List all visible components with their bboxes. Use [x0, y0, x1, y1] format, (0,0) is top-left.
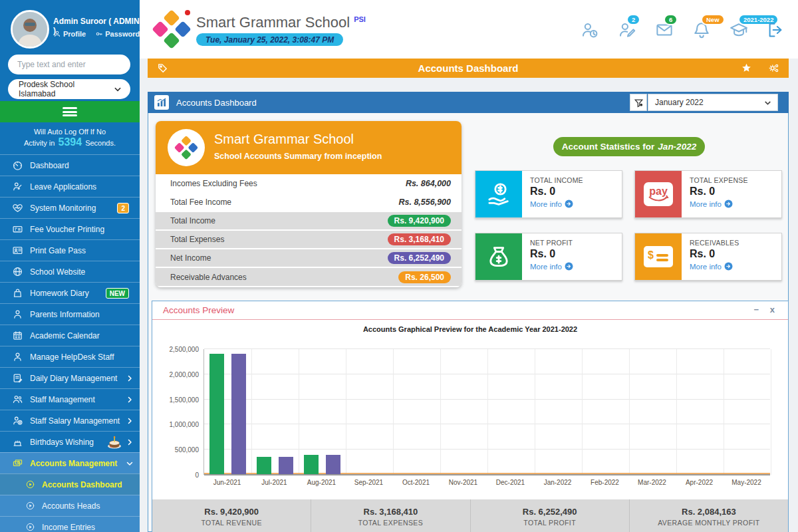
stat-card-value: Rs. 0: [690, 186, 748, 198]
school-select[interactable]: Prodesk School Islamabad: [8, 79, 130, 99]
x-tick-label: Sep-2021: [345, 479, 392, 486]
sidebar-item-accounts-management[interactable]: Accounts Management: [0, 452, 140, 473]
sidebar-item-fee-voucher-printing[interactable]: Fee Voucher Printing: [0, 218, 140, 239]
user-clock-icon[interactable]: [580, 20, 600, 40]
section-title: Accounts Dashboard: [176, 98, 257, 108]
chevron-right-icon: [126, 438, 134, 446]
summary-value-badge: Rs. 9,420,900: [388, 215, 451, 227]
accounts-dashboard-page: Admin Suroor ( ADMIN ) Profile Password …: [0, 0, 798, 532]
sidebar-subitem-accounts-dashboard[interactable]: Accounts Dashboard: [0, 473, 140, 495]
gridline: [440, 349, 441, 475]
avatar[interactable]: [11, 10, 49, 49]
sidebar-subitem-accounts-heads[interactable]: Accounts Heads: [0, 495, 140, 516]
footer-stat-label: AVERAGE MONTHLY PROFIT: [630, 519, 788, 527]
accounts-summary-card: Smart Grammar School School Accounts Sum…: [156, 121, 462, 287]
school-name: Smart Grammar School PSI: [196, 14, 366, 31]
more-info-link[interactable]: More info: [690, 200, 748, 208]
sidebar-item-label: System Monitoring: [30, 203, 96, 213]
chevron-down-icon: [126, 460, 134, 467]
profile-link[interactable]: Profile: [53, 30, 86, 38]
sidebar-badge: NEW: [106, 288, 129, 299]
funnel-icon: [634, 98, 644, 108]
parents-icon: [12, 309, 23, 320]
chevron-down-icon: [113, 84, 122, 94]
search-input[interactable]: [8, 55, 130, 74]
more-info-label: More info: [690, 200, 722, 208]
sidebar-submenu: Accounts DashboardAccounts HeadsIncome E…: [0, 473, 140, 532]
header-badge: 2: [626, 14, 640, 25]
x-axis-line: [204, 474, 770, 475]
summary-row-net-income: Net IncomeRs. 6,252,490: [156, 249, 462, 268]
sidebar-item-parents-information[interactable]: Parents Information: [0, 303, 140, 325]
summary-row-total-expenses: Total ExpensesRs. 3,168,410: [156, 231, 462, 249]
gridline: [299, 349, 299, 475]
statistics-period: Jan-2022: [658, 142, 696, 152]
sidebar-item-manage-helpdesk-staff[interactable]: Manage HelpDesk Staff: [0, 346, 140, 367]
password-link[interactable]: Password: [95, 30, 140, 38]
settings-gears-icon[interactable]: [768, 63, 779, 74]
homework-icon: [12, 287, 23, 299]
sidebar-item-daily-diary-management[interactable]: Daily Diary Management: [0, 367, 140, 388]
header-quick-icons: 26New2021-2022: [580, 20, 786, 40]
footer-stat-value: Rs. 3,168,410: [311, 507, 469, 517]
footer-stat-value: Rs. 2,084,163: [630, 507, 788, 517]
sidebar-item-staff-management[interactable]: Staff Management: [0, 388, 140, 410]
minimize-icon[interactable]: −: [753, 305, 759, 315]
sidebar-item-label: Dashboard: [30, 161, 69, 170]
sidebar-item-print-gate-pass[interactable]: Print Gate Pass: [0, 239, 140, 261]
sidebar-item-staff-salary-management[interactable]: Staff Salary Management: [0, 410, 140, 431]
filter-button[interactable]: [630, 94, 647, 111]
favorite-star-icon[interactable]: [741, 63, 752, 74]
stat-card-net-profit: NET PROFITRs. 0More info: [475, 233, 622, 281]
mail-icon[interactable]: 6: [654, 20, 674, 40]
header-badge: New: [701, 14, 725, 25]
user-edit-icon[interactable]: 2: [617, 20, 637, 40]
footer-stat-average-monthly-profit: Rs. 2,084,163AVERAGE MONTHLY PROFIT: [630, 499, 788, 532]
y-tick-label: 2,500,000: [170, 346, 200, 353]
gridline: [346, 349, 346, 475]
y-tick-label: 2,000,000: [170, 371, 200, 378]
revenue-bar-jun-2021: [209, 354, 224, 474]
more-info-link[interactable]: More info: [530, 262, 573, 271]
play-circle-icon: [25, 522, 35, 532]
stat-card-label: TOTAL INCOME: [530, 176, 583, 184]
footer-stat-total-revenue: Rs. 9,420,900TOTAL REVENUE: [152, 499, 311, 532]
summary-value: Rs. 8,556,900: [398, 198, 451, 207]
summary-row-incomes-excluding-fees: Incomes Excluding FeesRs. 864,000: [156, 174, 462, 193]
sidebar-item-dashboard[interactable]: Dashboard: [0, 154, 140, 176]
diary-icon: [12, 372, 23, 384]
sidebar-item-system-monitoring[interactable]: System Monitoring2: [0, 197, 140, 218]
sidebar-collapse-button[interactable]: [0, 101, 140, 122]
voucher-icon: [12, 223, 23, 235]
graduation-icon[interactable]: 2021-2022: [729, 20, 749, 40]
footer-stat-value: Rs. 9,420,900: [152, 507, 311, 517]
sidebar-item-academic-calendar[interactable]: Academic Calendar: [0, 325, 140, 346]
more-info-link[interactable]: More info: [530, 200, 583, 208]
x-tick-label: Nov-2021: [440, 479, 487, 486]
more-info-label: More info: [530, 263, 562, 271]
close-icon[interactable]: x: [770, 305, 775, 315]
arrow-circle-icon: [565, 262, 573, 271]
footer-stat-label: TOTAL EXPENSES: [311, 519, 469, 527]
more-info-link[interactable]: More info: [690, 262, 739, 271]
sidebar-item-homework-diary[interactable]: Homework DiaryNEW: [0, 282, 140, 303]
sidebar-item-label: Staff Management: [30, 395, 95, 404]
logout-icon[interactable]: [766, 20, 786, 40]
profit-bar-jun-2021: [231, 354, 246, 474]
chart-title: Accounts Graphical Preview for the Acade…: [152, 325, 788, 333]
bell-icon[interactable]: New: [692, 20, 712, 40]
summary-subtitle: School Accounts Summary from inception: [214, 152, 382, 161]
month-filter-select[interactable]: January 2022: [648, 94, 778, 111]
sidebar-item-school-website[interactable]: School Website: [0, 261, 140, 282]
sidebar-item-birthdays-wishing[interactable]: Birthdays Wishing: [0, 431, 140, 452]
more-info-label: More info: [530, 200, 562, 208]
helpdesk-icon: [12, 351, 23, 362]
summary-row-label: Net Income: [170, 253, 388, 263]
sidebar-subitem-income-entries[interactable]: Income Entries: [0, 516, 140, 532]
summary-value-badge: Rs. 6,252,490: [388, 252, 451, 264]
footer-stat-total-profit: Rs. 6,252,490TOTAL PROFIT: [471, 499, 630, 532]
sidebar-menu: DashboardLeave ApplicationsSystem Monito…: [0, 154, 140, 473]
gridline: [676, 349, 677, 475]
chevron-down-icon: [763, 98, 772, 107]
sidebar-item-leave-applications[interactable]: Leave Applications: [0, 176, 140, 197]
